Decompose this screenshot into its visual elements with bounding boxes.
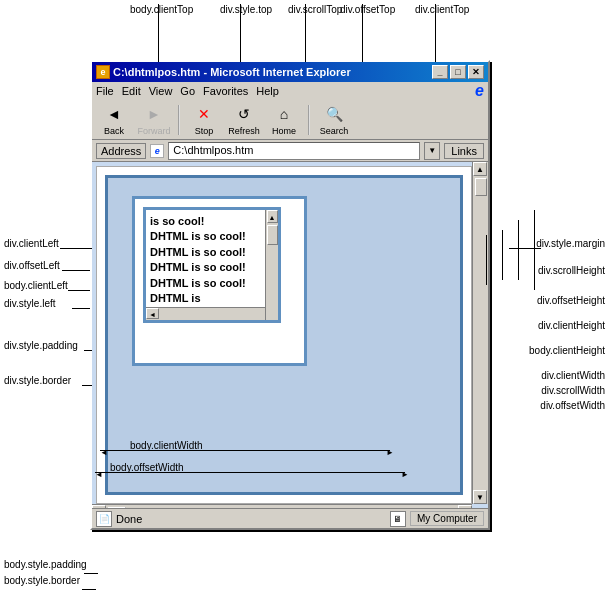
- address-dropdown[interactable]: ▼: [424, 142, 440, 160]
- menu-view[interactable]: View: [149, 85, 173, 97]
- vline-div-style-top: [240, 14, 241, 62]
- links-button[interactable]: Links: [444, 143, 484, 159]
- menu-go[interactable]: Go: [180, 85, 195, 97]
- diagram-container: body.clientTop div.style.top div.scrollT…: [0, 0, 609, 602]
- search-button[interactable]: 🔍 Search: [316, 103, 352, 136]
- home-button[interactable]: ⌂ Home: [266, 103, 302, 136]
- div-scroll-content: is so cool! DHTML is so cool! DHTML is s…: [146, 210, 278, 310]
- label-div-scrollheight: div.scrollHeight: [538, 265, 605, 276]
- line-div-style-padding: [84, 350, 92, 351]
- label-body-clientleft: body.clientLeft: [4, 280, 68, 291]
- label-div-style-border: div.style.border: [4, 375, 71, 386]
- inner-scrollbar-thumb: [267, 225, 278, 245]
- div-scroll-inner[interactable]: is so cool! DHTML is so cool! DHTML is s…: [143, 207, 281, 323]
- address-input[interactable]: C:\dhtmlpos.htm: [168, 142, 420, 160]
- dhtml-text-3: DHTML is so cool! DHTML is: [150, 277, 246, 304]
- home-icon: ⌂: [272, 103, 296, 125]
- status-page-icon: 📄: [96, 511, 112, 527]
- forward-button[interactable]: ► Forward: [136, 103, 172, 136]
- toolbar-separator-1: [178, 105, 180, 135]
- label-div-offsetheight: div.offsetHeight: [537, 295, 605, 306]
- ie-logo: e: [475, 82, 484, 100]
- label-body-clienttop: body.clientTop: [130, 4, 193, 15]
- line-body-style-border: [82, 589, 96, 590]
- titlebar-controls[interactable]: _ □ ✕: [432, 65, 484, 79]
- browser-titlebar: e C:\dhtmlpos.htm - Microsoft Internet E…: [92, 62, 488, 82]
- stop-button[interactable]: ✕ Stop: [186, 103, 222, 136]
- label-div-offsetwidth: div.offsetWidth: [540, 400, 605, 411]
- refresh-button[interactable]: ↺ Refresh: [226, 103, 262, 136]
- browser-menubar: File Edit View Go Favorites Help e: [92, 82, 488, 100]
- stop-icon: ✕: [192, 103, 216, 125]
- back-icon: ◄: [102, 103, 126, 125]
- address-page-icon: e: [150, 144, 164, 158]
- label-div-offsettop: div.offsetTop: [340, 4, 395, 15]
- menu-help[interactable]: Help: [256, 85, 279, 97]
- address-label: Address: [96, 143, 146, 159]
- browser-toolbar: ◄ Back ► Forward ✕ Stop ↺ Refresh ⌂ Home: [92, 100, 488, 140]
- arrow-body-clientwidth-left: ◄: [100, 448, 108, 457]
- inner-scrollbar-v[interactable]: ▲: [265, 210, 278, 320]
- maximize-button[interactable]: □: [450, 65, 466, 79]
- scrollbar-thumb-v: [475, 178, 487, 196]
- label-body-style-padding: body.style.padding: [4, 559, 87, 570]
- browser-statusbar: 📄 Done 🖥 My Computer: [92, 508, 488, 528]
- line-body-clientheight: [486, 235, 487, 285]
- vline-div-clienttop: [435, 14, 436, 62]
- line-div-style-margin: [509, 248, 541, 249]
- close-button[interactable]: ✕: [468, 65, 484, 79]
- dhtml-text-2: DHTML is so cool! DHTML is so cool! DHTM…: [150, 230, 246, 273]
- label-div-style-padding: div.style.padding: [4, 340, 78, 351]
- arrow-body-offsetwidth-left: ◄: [95, 470, 103, 479]
- arrow-body-offsetwidth-right: ►: [401, 470, 409, 479]
- label-div-style-left: div.style.left: [4, 298, 56, 309]
- back-button[interactable]: ◄ Back: [96, 103, 132, 136]
- label-body-clientheight: body.clientHeight: [529, 345, 605, 356]
- label-div-style-top: div.style.top: [220, 4, 272, 15]
- line-body-clientleft: [68, 290, 90, 291]
- titlebar-left: e C:\dhtmlpos.htm - Microsoft Internet E…: [96, 65, 351, 79]
- label-div-clientwidth: div.clientWidth: [541, 370, 605, 381]
- line-div-style-left: [72, 308, 90, 309]
- menu-file[interactable]: File: [96, 85, 114, 97]
- arrow-body-clientwidth-right: ►: [386, 448, 394, 457]
- browser-title: C:\dhtmlpos.htm - Microsoft Internet Exp…: [113, 66, 351, 78]
- browser-window: e C:\dhtmlpos.htm - Microsoft Internet E…: [90, 60, 490, 530]
- line-div-clientleft: [60, 248, 92, 249]
- ie-small-icon: e: [96, 65, 110, 79]
- scrollbar-down-arrow[interactable]: ▼: [473, 490, 487, 504]
- div-inner-container: is so cool! DHTML is so cool! DHTML is s…: [132, 196, 307, 366]
- inner-scrollbar-h[interactable]: ◄: [146, 307, 265, 320]
- search-icon: 🔍: [322, 103, 346, 125]
- status-text: Done: [116, 513, 142, 525]
- minimize-button[interactable]: _: [432, 65, 448, 79]
- line-div-scrollheight: [534, 210, 535, 290]
- label-body-style-border: body.style.border: [4, 575, 80, 586]
- line-body-clientwidth: [100, 450, 390, 451]
- label-div-clienttop-top: div.clientTop: [415, 4, 469, 15]
- browser-scrollbar-right[interactable]: ▲ ▼: [472, 162, 488, 504]
- refresh-icon: ↺: [232, 103, 256, 125]
- line-div-offsetleft: [62, 270, 90, 271]
- computer-icon: 🖥: [390, 511, 406, 527]
- label-div-clientheight: div.clientHeight: [538, 320, 605, 331]
- scrollbar-up-arrow[interactable]: ▲: [473, 162, 487, 176]
- line-div-clientheight: [502, 230, 503, 280]
- toolbar-separator-2: [308, 105, 310, 135]
- label-div-offsetleft: div.offsetLeft: [4, 260, 60, 271]
- vline-body-clienttop: [158, 14, 159, 62]
- content-white-area: is so cool! DHTML is so cool! DHTML is s…: [96, 166, 472, 504]
- menu-edit[interactable]: Edit: [122, 85, 141, 97]
- line-div-offsetheight: [518, 220, 519, 280]
- label-div-scrollwidth: div.scrollWidth: [541, 385, 605, 396]
- label-div-style-margin: div.style.margin: [536, 238, 605, 249]
- line-body-style-padding: [84, 573, 98, 574]
- label-div-clientleft: div.clientLeft: [4, 238, 59, 249]
- browser-addressbar: Address e C:\dhtmlpos.htm ▼ Links: [92, 140, 488, 162]
- menu-favorites[interactable]: Favorites: [203, 85, 248, 97]
- vline-div-offsettop: [362, 14, 363, 62]
- line-body-offsetwidth: [95, 472, 405, 473]
- forward-icon: ►: [142, 103, 166, 125]
- status-zone: My Computer: [410, 511, 484, 526]
- line-div-style-border: [82, 385, 92, 386]
